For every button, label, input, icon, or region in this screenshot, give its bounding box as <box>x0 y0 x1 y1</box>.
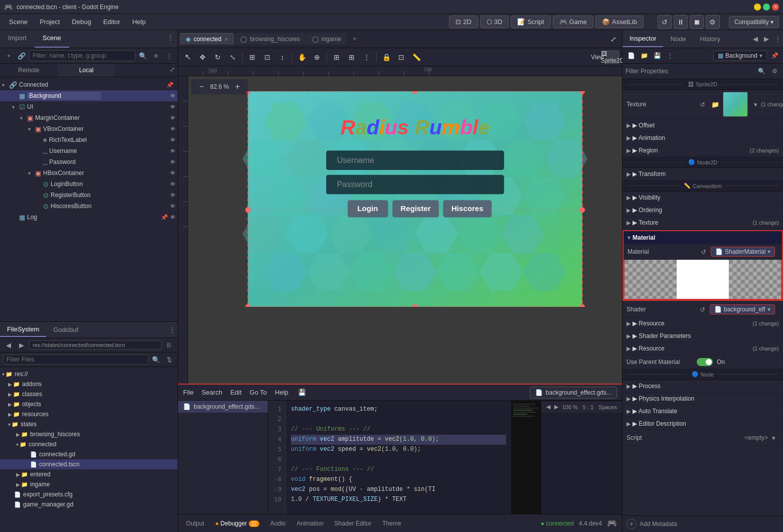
editor-tab-ingame[interactable]: ◯ ingame <box>306 33 347 45</box>
script-button[interactable]: 📝 Script <box>511 16 550 28</box>
scale-tool-button[interactable]: ⤡ <box>226 51 239 64</box>
forward-icon[interactable]: ▶ <box>16 339 27 350</box>
texture-dropdown-icon[interactable]: ▾ <box>750 99 761 110</box>
file-list-item-bgeffect[interactable]: 📄 background_effect.gds... <box>178 401 268 413</box>
tree-item-richtextlabel[interactable]: ≡ RichTextLabel 👁 <box>0 134 178 145</box>
eye-icon[interactable]: 👁 <box>170 170 176 176</box>
remote-tab[interactable]: Remote <box>0 64 58 77</box>
rotate-tool-button[interactable]: ↻ <box>211 51 224 64</box>
eye-icon[interactable]: 👁 <box>170 104 176 110</box>
local-tab[interactable]: Local <box>58 64 115 77</box>
close-button[interactable]: ✕ <box>772 4 779 11</box>
visibility-header[interactable]: ▶ ▶ Visibility <box>622 192 783 204</box>
resource-dropdown[interactable]: ▦ Background ▾ <box>713 51 767 61</box>
sprite2d-badge[interactable]: 🖼 Sprite2D <box>606 51 619 64</box>
tree-item-hboxcontainer[interactable]: ▾ ▣ HBoxContainer 👁 <box>0 167 178 179</box>
auto-translate-header[interactable]: ▶ ▶ Auto Translate <box>622 405 783 417</box>
window-controls[interactable]: — □ ✕ <box>754 4 779 11</box>
compatibility-button[interactable]: Compatibility ▾ <box>729 16 779 28</box>
texture-preview[interactable] <box>723 92 748 117</box>
texture2-header[interactable]: ▶ ▶ Texture (1 change) <box>622 217 783 229</box>
filter-settings-icon[interactable]: ⚙ <box>769 66 780 77</box>
fs-item-objects[interactable]: ▶ 📁 objects <box>0 399 178 409</box>
eye-icon[interactable]: 👁 <box>170 203 176 209</box>
play-pause-button[interactable]: ⏸ <box>674 15 688 29</box>
code-file-tab[interactable]: 📄 background_effect.gds... <box>530 387 617 399</box>
open-file-icon[interactable]: 📁 <box>639 50 650 61</box>
inspector-next-icon[interactable]: ▶ <box>761 34 772 45</box>
mode-2d-button[interactable]: ⊡ 2D <box>449 16 478 28</box>
open-texture-icon[interactable]: 📁 <box>710 99 721 110</box>
pin-resource-icon[interactable]: 📌 <box>769 50 780 61</box>
fs-item-entered[interactable]: ▶ 📁 entered <box>0 469 178 479</box>
more-options-icon[interactable]: ⋮ <box>360 51 373 64</box>
tree-item-log[interactable]: ▦ Log 📌 👁 <box>0 212 178 223</box>
resource-header[interactable]: ▶ ▶ Resource (1 change) <box>622 317 783 329</box>
ordering-header[interactable]: ▶ ▶ Ordering <box>622 204 783 216</box>
mode-3d-button[interactable]: ⬡ 3D <box>480 16 509 28</box>
fold-arrow-icon2[interactable]: ▾ <box>274 487 277 493</box>
tab-scene[interactable]: Scene <box>35 30 69 48</box>
play-restart-button[interactable]: ↺ <box>658 15 672 29</box>
ruler-button[interactable]: 📏 <box>410 51 423 64</box>
shader-material-badge[interactable]: 📄 ShaderMaterial ▾ <box>711 247 775 257</box>
shader-file-badge[interactable]: 📄 background_eff ▾ <box>710 304 775 314</box>
eye-icon[interactable]: 👁 <box>170 115 176 121</box>
filter-search-icon[interactable]: 🔍 <box>756 66 767 77</box>
eye-icon[interactable]: 👁 <box>170 159 176 165</box>
more-tool-button[interactable]: ↕ <box>276 51 289 64</box>
tab-import[interactable]: Import <box>0 30 35 48</box>
maximize-button[interactable]: □ <box>763 4 770 11</box>
scroll-arrow-left[interactable]: ◀ <box>546 404 550 410</box>
save-code-icon[interactable]: 💾 <box>296 387 307 398</box>
tree-item-username[interactable]: ⎵ Username 👁 <box>0 145 178 156</box>
reset-material-icon[interactable]: ↺ <box>698 246 709 257</box>
offset-header[interactable]: ▶ ▶ Offset <box>622 119 783 131</box>
fs-menu-icon[interactable]: ⋮ <box>167 324 178 335</box>
tab-filesystem[interactable]: FileSystem <box>0 322 46 337</box>
fs-sort-icon[interactable]: ⇅ <box>164 354 175 365</box>
pan-tool-button[interactable]: ✋ <box>295 51 308 64</box>
guides-button[interactable]: ⊞ <box>345 51 358 64</box>
fs-item-addons[interactable]: ▶ 📁 addons <box>0 379 178 389</box>
region-header[interactable]: ▶ ▶ Region (2 changes) <box>622 144 783 156</box>
tree-item-background[interactable]: ▦ Background 👁 <box>0 90 178 101</box>
eye-icon[interactable]: 👁 <box>170 148 176 154</box>
snap-button[interactable]: ⊞ <box>246 51 259 64</box>
inspector-prev-icon[interactable]: ◀ <box>750 34 761 45</box>
scene-filter-input[interactable] <box>29 50 135 61</box>
transform-header[interactable]: ▶ ▶ Transform <box>622 168 783 180</box>
play-stop-button[interactable]: ⏹ <box>690 15 704 29</box>
menu-project[interactable]: Project <box>35 16 65 28</box>
fs-item-states[interactable]: ▾ 📁 states <box>0 419 178 429</box>
add-tab-button[interactable]: ＋ <box>348 33 362 45</box>
tree-item-registerbutton[interactable]: ⊙ RegisterButton 👁 <box>0 190 178 201</box>
fs-item-ingame[interactable]: ▶ 📁 ingame <box>0 479 178 489</box>
editor-tab-connected[interactable]: ◉ connected ✕ <box>180 33 234 45</box>
tree-item-vboxcontainer[interactable]: ▾ ▣ VBoxContainer 👁 <box>0 123 178 134</box>
fs-search-icon[interactable]: 🔍 <box>150 354 162 365</box>
tree-item-ui[interactable]: ▾ ☑ UI 👁 <box>0 101 178 112</box>
code-menu-help[interactable]: Help <box>275 389 288 396</box>
add-metadata-button[interactable]: ＋ <box>627 519 637 529</box>
copy-path-icon[interactable]: ⎘ <box>164 339 175 350</box>
add-tab-button[interactable]: ⋮ <box>164 30 178 48</box>
menu-editor[interactable]: Editor <box>98 16 125 28</box>
physics-header[interactable]: ▶ ▶ Physics Interpolation <box>622 393 783 405</box>
tab-inspector[interactable]: Inspector <box>622 31 663 47</box>
assetlib-button[interactable]: 📦 AssetLib <box>595 16 644 28</box>
editor-tab-browsing[interactable]: ◯ browsing_hiscores <box>235 33 305 45</box>
lock-button[interactable]: 🔒 <box>380 51 393 64</box>
tab-debugger[interactable]: ● Debugger 22 <box>212 519 262 528</box>
fs-item-classes[interactable]: ▶ 📁 classes <box>0 389 178 399</box>
play-debug-button[interactable]: ⚙ <box>706 15 720 29</box>
process-header[interactable]: ▶ ▶ Process <box>622 380 783 392</box>
filter-options-icon[interactable]: ≡ <box>150 50 162 61</box>
tree-item-hiscoresbutton[interactable]: ⊙ HiscoresButton 👁 <box>0 201 178 212</box>
eye-icon[interactable]: 👁 <box>170 126 176 132</box>
script-dropdown-icon[interactable]: ▾ <box>768 432 779 443</box>
tab-output[interactable]: Output <box>183 519 207 528</box>
tab-close-icon[interactable]: ✕ <box>224 37 228 42</box>
tab-godobuf[interactable]: Godobuf <box>46 323 85 336</box>
resource2-header[interactable]: ▶ ▶ Resource (1 change) <box>622 342 783 354</box>
